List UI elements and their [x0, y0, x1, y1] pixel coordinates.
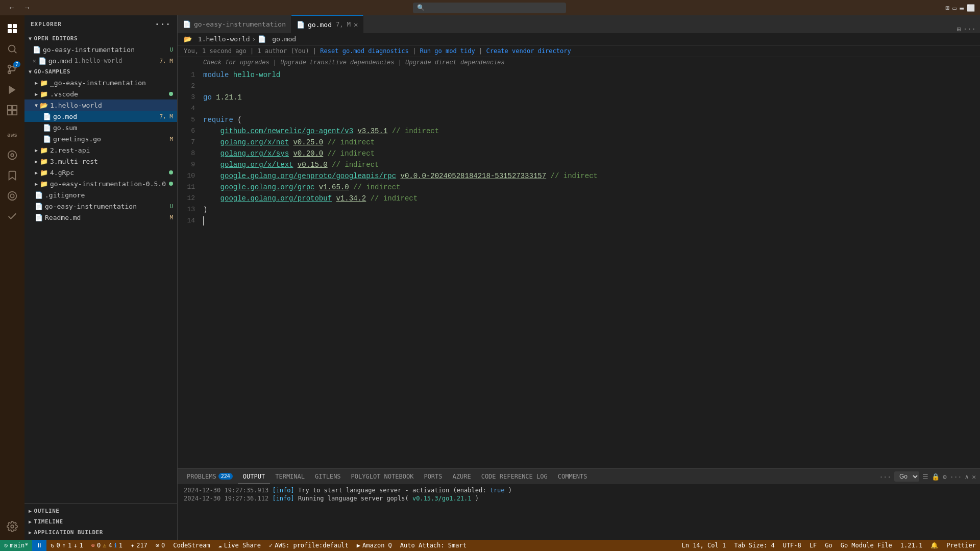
tree-item-readme[interactable]: 📄 Readme.md M [24, 212, 177, 223]
wifi-icon: ☁ [218, 542, 222, 549]
panel-tab-comments[interactable]: COMMENTS [553, 469, 593, 484]
code-editor[interactable]: Check for upgrades | Upgrade transitive … [178, 57, 980, 468]
tree-item-go-easy-instrumentation-folder[interactable]: ▶ 📁 _go-easy-instrumentation [24, 77, 177, 88]
more-actions-icon[interactable]: ··· [963, 25, 976, 33]
tree-item-gitignore[interactable]: 📄 .gitignore [24, 189, 177, 201]
tree-item-go-easy-05[interactable]: ▶ 📁 go-easy-instrumentation-0.5.0 [24, 178, 177, 189]
activity-aws[interactable]: aws [3, 126, 21, 144]
status-eol[interactable]: LF [805, 540, 821, 551]
status-items-count[interactable]: ✦ 217 [127, 540, 152, 551]
file-icon-readme: 📄 [35, 214, 43, 221]
line-content-5: require ( [203, 114, 242, 126]
activity-live-share[interactable] [3, 187, 21, 205]
status-notifications[interactable]: 🔔 [926, 540, 942, 551]
panel-tab-ports[interactable]: PORTS [419, 469, 447, 484]
status-live-share[interactable]: ☁ Live Share [214, 540, 265, 551]
status-errors-zero[interactable]: ⊗ 0 [152, 540, 169, 551]
activity-source-control[interactable]: 7 [3, 60, 21, 79]
reset-diagnostics-link[interactable]: Reset go.mod diagnostics [320, 47, 408, 55]
status-go-version[interactable]: 1.21.1 [896, 540, 926, 551]
open-editor-go-mod[interactable]: ✕ 📄 go.mod 1.hello-world 7, M [24, 55, 177, 66]
activity-explorer[interactable] [3, 19, 21, 38]
app-builder-section[interactable]: ▶ APPLICATION BUILDER [24, 527, 177, 538]
tree-item-rest-api[interactable]: ▶ 📁 2.rest-api [24, 144, 177, 156]
status-aws-profile[interactable]: ✓ AWS: profile:default [265, 540, 353, 551]
tree-item-vscode[interactable]: ▶ 📁 .vscode [24, 88, 177, 99]
status-amazon-q[interactable]: ▶ Amazon Q [353, 540, 396, 551]
tab-go-mod[interactable]: 📄 go.mod 7, M ✕ [291, 15, 363, 33]
open-editor-go-easy[interactable]: 📄 go-easy-instrumentation U [24, 44, 177, 55]
status-warnings[interactable]: ⊗ 0 ⚠ 4 ℹ 1 [87, 540, 127, 551]
breadcrumb-folder[interactable]: 📂 1.hello-world [184, 35, 250, 43]
panel-more2-icon[interactable]: ··· [950, 473, 962, 481]
activity-extensions[interactable] [3, 101, 21, 119]
forward-button[interactable]: → [20, 3, 34, 13]
info-icon: ℹ [114, 542, 117, 549]
outline-section[interactable]: ▶ OUTLINE [24, 506, 177, 516]
panel-lock-icon[interactable]: 🔒 [932, 473, 940, 481]
back-button[interactable]: ← [5, 3, 18, 13]
maximize-icon[interactable]: ⬜ [967, 4, 975, 12]
folder-chevron: ▶ [35, 80, 38, 86]
panel-tab-azure[interactable]: AZURE [448, 469, 476, 484]
log-level-2: [info] [272, 495, 298, 502]
status-branch[interactable]: ⎋ main* [0, 540, 32, 551]
status-encoding[interactable]: UTF-8 [779, 540, 805, 551]
create-vendor-link[interactable]: Create vendor directory [486, 47, 571, 55]
panel-tab-polyglot[interactable]: POLYGLOT NOTEBOOK [346, 469, 419, 484]
activity-bookmarks[interactable] [3, 166, 21, 185]
sidebar-title-label: EXPLORER [31, 21, 62, 28]
sync-label: 0 [57, 542, 60, 549]
sidebar-toggle-icon[interactable]: ▭ [952, 4, 957, 12]
panel-toggle-icon[interactable]: ▬ [960, 4, 964, 12]
status-lang[interactable]: Go [821, 540, 836, 551]
tree-item-go-easy-root[interactable]: 📄 go-easy-instrumentation U [24, 201, 177, 212]
tree-item-go-mod[interactable]: 📄 go.mod 7, M [24, 111, 177, 122]
status-go-module-file[interactable]: Go Module File [837, 540, 896, 551]
go-samples-label: GO-SAMPLES [34, 68, 70, 75]
tree-item-greetings[interactable]: 📄 greetings.go M [24, 133, 177, 144]
amazon-q-icon: ▶ [357, 542, 360, 549]
status-ln-col[interactable]: Ln 14, Col 1 [677, 540, 730, 551]
tab-go-easy-instrumentation[interactable]: 📄 go-easy-instrumentation [178, 15, 291, 33]
go-samples-section[interactable]: ▼ GO-SAMPLES [24, 66, 177, 77]
tree-item-go-sum[interactable]: 📄 go.sum [24, 122, 177, 133]
panel-settings-icon[interactable]: ⚙ [943, 473, 947, 481]
panel-tab-output[interactable]: OUTPUT [238, 469, 270, 484]
tree-item-grpc[interactable]: ▶ 📁 4.gRpc [24, 167, 177, 178]
split-editor-icon[interactable]: ⊞ [957, 25, 961, 33]
panel-more-icon[interactable]: ··· [879, 473, 891, 481]
activity-search[interactable] [3, 40, 21, 58]
status-pause[interactable]: ⏸ [32, 540, 46, 551]
panel-tab-terminal[interactable]: TERMINAL [270, 469, 310, 484]
timeline-section[interactable]: ▶ TIMELINE [24, 516, 177, 527]
bell-icon: 🔔 [930, 542, 938, 549]
search-input[interactable]: go-samples [413, 3, 566, 13]
panel-collapse-icon[interactable]: ∧ [965, 473, 969, 481]
panel-list-icon[interactable]: ☰ [922, 473, 928, 481]
breadcrumb-file[interactable]: 📄 go.mod [258, 35, 296, 43]
layout-icon[interactable]: ⊞ [946, 4, 950, 12]
status-codestream[interactable]: CodeStream [169, 540, 214, 551]
close-go-mod-icon[interactable]: ✕ [33, 58, 36, 64]
activity-remote[interactable] [3, 146, 21, 164]
activity-check[interactable] [3, 207, 21, 226]
activity-run[interactable] [3, 81, 21, 99]
panel-tab-gitlens[interactable]: GITLENS [310, 469, 346, 484]
activity-settings[interactable] [3, 517, 21, 536]
tree-item-hello-world[interactable]: ▼ 📂 1.hello-world [24, 99, 177, 111]
panel-close-icon[interactable]: ✕ [972, 473, 976, 481]
sidebar-menu-icon[interactable]: ··· [155, 19, 171, 29]
panel-tab-problems[interactable]: PROBLEMS 224 [182, 469, 238, 484]
status-tab-size[interactable]: Tab Size: 4 [730, 540, 778, 551]
panel-tab-code-ref[interactable]: CODE REFERENCE LOG [476, 469, 553, 484]
run-go-mod-tidy-link[interactable]: Run go mod tidy [420, 47, 475, 55]
tab-close-go-mod[interactable]: ✕ [354, 20, 358, 29]
status-auto-attach[interactable]: Auto Attach: Smart [396, 540, 471, 551]
svg-rect-3 [13, 29, 17, 33]
tree-item-multi-rest[interactable]: ▶ 📁 3.multi-rest [24, 156, 177, 167]
open-editors-section[interactable]: ▼ OPEN EDITORS [24, 33, 177, 44]
status-prettier[interactable]: Prettier [942, 540, 980, 551]
status-sync[interactable]: ↻ 0 ↑ 1 ↓ 1 [46, 540, 87, 551]
panel-output-dropdown[interactable]: Go [894, 471, 919, 482]
